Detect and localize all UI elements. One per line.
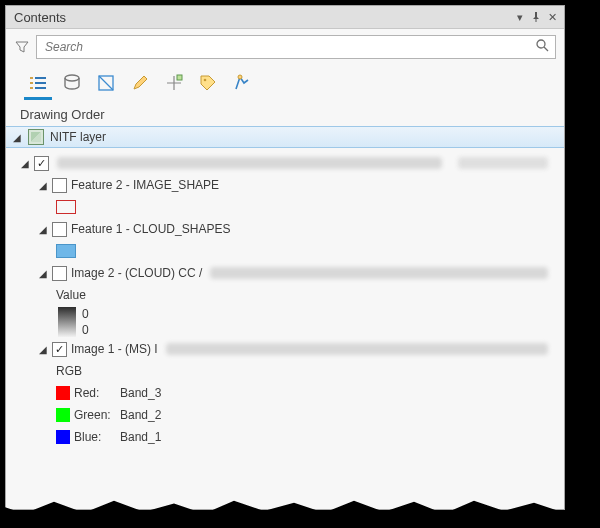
search-box[interactable] bbox=[36, 35, 556, 59]
outline-swatch-icon bbox=[56, 200, 76, 214]
checkbox[interactable] bbox=[52, 178, 67, 193]
symbol-row[interactable] bbox=[12, 240, 556, 262]
gradient-bottom-value: 0 bbox=[82, 323, 89, 337]
layer-thumb-icon bbox=[28, 129, 44, 145]
stretch-gradient-icon bbox=[58, 307, 76, 337]
blue-band: Band_1 bbox=[120, 430, 161, 444]
tree-row-image2[interactable]: ◢ Image 2 - (CLOUD) CC / bbox=[12, 262, 556, 284]
expander-icon[interactable]: ◢ bbox=[20, 158, 30, 169]
tree-row[interactable]: ◢ bbox=[12, 152, 556, 174]
layer-row-nitf[interactable]: ◢ NITF layer bbox=[6, 126, 564, 148]
redacted-text bbox=[458, 157, 548, 169]
tree-row-feature1[interactable]: ◢ Feature 1 - CLOUD_SHAPES bbox=[12, 218, 556, 240]
expander-icon[interactable]: ◢ bbox=[38, 224, 48, 235]
gradient-top-value: 0 bbox=[82, 307, 89, 321]
redacted-text bbox=[57, 157, 442, 169]
rgb-heading: RGB bbox=[56, 364, 82, 378]
list-by-data-source-button[interactable] bbox=[60, 69, 84, 97]
red-band: Band_3 bbox=[120, 386, 161, 400]
autohide-pin-icon[interactable] bbox=[530, 11, 542, 23]
filter-search-row bbox=[6, 29, 564, 63]
rgb-blue-row[interactable]: Blue: Band_1 bbox=[12, 426, 556, 448]
redacted-text bbox=[210, 267, 548, 279]
blue-label: Blue: bbox=[74, 430, 116, 444]
tree-row-feature2[interactable]: ◢ Feature 2 - IMAGE_SHAPE bbox=[12, 174, 556, 196]
rgb-green-row[interactable]: Green: Band_2 bbox=[12, 404, 556, 426]
svg-point-0 bbox=[537, 40, 545, 48]
green-swatch-icon bbox=[56, 408, 70, 422]
contents-panel: Contents ▾ ✕ bbox=[5, 5, 565, 510]
layer-tree: ◢ ◢ Feature 2 - IMAGE_SHAPE ◢ Feature 1 … bbox=[6, 148, 564, 456]
layer-name: NITF layer bbox=[50, 130, 106, 144]
list-by-labeling-button[interactable] bbox=[196, 69, 220, 97]
feature1-label: Feature 1 - CLOUD_SHAPES bbox=[71, 222, 230, 236]
svg-rect-4 bbox=[177, 75, 182, 80]
expander-icon[interactable]: ◢ bbox=[38, 344, 48, 355]
redacted-text bbox=[166, 343, 548, 355]
blue-swatch-icon bbox=[56, 430, 70, 444]
svg-point-2 bbox=[65, 75, 79, 81]
close-icon[interactable]: ✕ bbox=[546, 11, 558, 23]
expander-icon[interactable]: ◢ bbox=[12, 132, 22, 143]
green-band: Band_2 bbox=[120, 408, 161, 422]
green-label: Green: bbox=[74, 408, 116, 422]
value-gradient-row: 0 0 bbox=[12, 306, 556, 338]
section-heading: Drawing Order bbox=[6, 97, 564, 126]
list-by-drawing-order-button[interactable] bbox=[26, 69, 50, 97]
rgb-red-row[interactable]: Red: Band_3 bbox=[12, 382, 556, 404]
red-swatch-icon bbox=[56, 386, 70, 400]
search-input[interactable] bbox=[43, 39, 536, 55]
filter-icon[interactable] bbox=[14, 39, 30, 55]
value-label-row: Value bbox=[12, 284, 556, 306]
svg-point-5 bbox=[204, 79, 207, 82]
symbol-row[interactable] bbox=[12, 196, 556, 218]
image2-label: Image 2 - (CLOUD) CC / bbox=[71, 266, 202, 280]
feature2-label: Feature 2 - IMAGE_SHAPE bbox=[71, 178, 219, 192]
search-icon[interactable] bbox=[536, 39, 549, 55]
list-by-perspective-imagery-button[interactable] bbox=[230, 69, 254, 97]
checkbox[interactable] bbox=[34, 156, 49, 171]
fill-swatch-icon bbox=[56, 244, 76, 258]
image1-label: Image 1 - (MS) I bbox=[71, 342, 158, 356]
expander-icon[interactable]: ◢ bbox=[38, 268, 48, 279]
dropdown-icon[interactable]: ▾ bbox=[514, 11, 526, 23]
window-title: Contents bbox=[14, 10, 66, 25]
list-by-editing-button[interactable] bbox=[128, 69, 152, 97]
value-heading: Value bbox=[56, 288, 86, 302]
checkbox[interactable] bbox=[52, 342, 67, 357]
contents-toolbar bbox=[6, 63, 564, 97]
checkbox[interactable] bbox=[52, 266, 67, 281]
list-by-snapping-button[interactable] bbox=[162, 69, 186, 97]
titlebar: Contents ▾ ✕ bbox=[6, 6, 564, 29]
red-label: Red: bbox=[74, 386, 116, 400]
checkbox[interactable] bbox=[52, 222, 67, 237]
expander-icon[interactable]: ◢ bbox=[38, 180, 48, 191]
tree-row-image1[interactable]: ◢ Image 1 - (MS) I bbox=[12, 338, 556, 360]
svg-point-6 bbox=[238, 75, 242, 79]
list-by-selection-button[interactable] bbox=[94, 69, 118, 97]
svg-line-1 bbox=[544, 47, 548, 51]
rgb-heading-row: RGB bbox=[12, 360, 556, 382]
